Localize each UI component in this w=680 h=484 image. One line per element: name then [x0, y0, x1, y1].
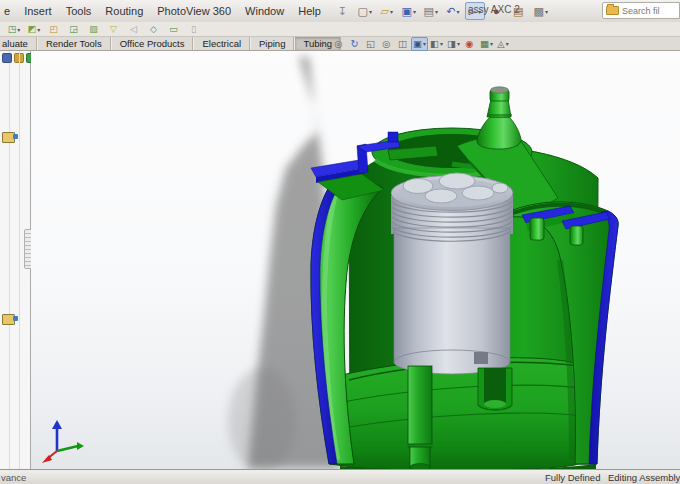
model-3d-view[interactable] — [31, 51, 680, 470]
pin-menu-icon[interactable]: ↧ — [333, 2, 353, 20]
main-area — [0, 51, 680, 470]
command-tab[interactable]: Electrical — [193, 37, 250, 50]
edit-mode-status: Editing Assembly — [608, 472, 680, 483]
window-title: assy AXC 2 — [468, 4, 520, 15]
tool-icon-glyph: ▨ — [89, 24, 98, 34]
dropdown-arrow-icon: ▾ — [390, 8, 393, 15]
featuremanager-tab-icon[interactable] — [2, 53, 12, 63]
view-icon-glyph: ◎ — [382, 38, 390, 49]
add-fitting-icon[interactable]: ▽ — [105, 22, 123, 36]
route-properties-icon[interactable]: ▭ — [165, 22, 183, 36]
orientation-triad — [39, 418, 85, 464]
toolbar-icon-glyph: ▢ — [358, 5, 368, 18]
view-icon-glyph: ↻ — [351, 38, 359, 49]
route-sketch-icon[interactable]: ◁ — [125, 22, 143, 36]
tool-icon-glyph: ▽ — [110, 24, 117, 34]
dropdown-arrow-icon: ▾ — [440, 40, 443, 47]
coverings-icon[interactable]: ▯ — [185, 22, 203, 36]
view-icon-glyph: ▦ — [480, 38, 489, 49]
dropdown-arrow-icon: ▾ — [413, 8, 416, 15]
view-icon-glyph: ◬ — [497, 38, 504, 49]
dropdown-arrow-icon: ▾ — [369, 8, 372, 15]
dropdown-arrow-icon: ▾ — [545, 8, 548, 15]
y-axis-arrow — [52, 420, 62, 451]
toolbar-icon-glyph: ↧ — [338, 5, 347, 18]
search-box[interactable]: Search fil — [602, 2, 680, 19]
zoom-in-out-icon[interactable]: ◎ — [379, 37, 395, 51]
cartridge-part[interactable] — [391, 173, 513, 374]
menu-item[interactable]: PhotoView 360 — [150, 3, 238, 19]
view-icon-glyph: + — [320, 38, 326, 49]
z-axis-arrow — [42, 451, 57, 463]
view-icon-glyph: ◨ — [447, 38, 456, 49]
routing-tools: ◳ ▾ ◩ ▾ ◰ ◲ ▨ ▽ — [4, 22, 204, 36]
previous-view-icon[interactable]: ↻ — [347, 37, 363, 51]
start-route-icon[interactable]: ◰ — [45, 22, 63, 36]
define-status: Fully Defined — [545, 472, 600, 483]
command-tab[interactable]: Render Tools — [37, 37, 111, 50]
display-style-icon[interactable]: ◧ ▾ — [428, 37, 445, 51]
pan-icon[interactable]: + — [315, 37, 331, 51]
toolbar-icon-glyph: ▤ — [424, 5, 434, 18]
view-orientation-icon[interactable]: ▣ ▾ — [411, 37, 428, 51]
print-icon[interactable]: ▤ ▾ — [421, 2, 441, 20]
edit-route-icon[interactable]: ◲ — [65, 22, 83, 36]
dropdown-arrow-icon: ▾ — [456, 8, 459, 15]
dropdown-arrow-icon: ▾ — [17, 26, 20, 33]
tool-icon-glyph: ▭ — [169, 24, 178, 34]
view-settings-icon[interactable]: ◬ ▾ — [495, 37, 511, 51]
assembly-node-icon[interactable] — [2, 132, 15, 143]
view-icon-glyph: ◱ — [366, 38, 375, 49]
smart-components-icon[interactable]: ◩ ▾ — [25, 22, 43, 36]
tool-icon-glyph: ◳ — [8, 24, 17, 34]
featuremanager-panel — [0, 51, 31, 470]
dropdown-arrow-icon: ▾ — [490, 40, 493, 47]
tool-icon-glyph: ◩ — [28, 24, 37, 34]
menu-item[interactable]: Window — [238, 3, 291, 19]
zoom-fit-icon[interactable]: ◎ — [331, 37, 347, 51]
auto-route-icon[interactable]: ▨ — [85, 22, 103, 36]
insert-components-icon[interactable]: ◳ ▾ — [5, 22, 23, 36]
save-icon[interactable]: ▣ ▾ — [399, 2, 419, 20]
graphics-viewport[interactable] — [31, 51, 680, 470]
outlet-nozzle — [477, 87, 521, 149]
new-document-icon[interactable]: ▢ ▾ — [355, 2, 375, 20]
edit-appearance-icon[interactable]: ◉ — [462, 37, 478, 51]
status-bar: vance Fully Defined Editing Assembly — [0, 469, 680, 484]
heads-up-view-toolbar: + ◎ ↻ ◱ ◎ ◫ — [315, 37, 511, 50]
dropdown-arrow-icon: ▾ — [37, 26, 40, 33]
hide-show-items-icon[interactable]: ◨ ▾ — [445, 37, 462, 51]
tool-icon-glyph: ◰ — [49, 24, 58, 34]
command-toolbar: ◳ ▾ ◩ ▾ ◰ ◲ ▨ ▽ — [0, 22, 680, 37]
undo-icon[interactable]: ↶ ▾ — [443, 2, 463, 20]
tool-icon-glyph: ◲ — [69, 24, 78, 34]
tool-icon-glyph: ◁ — [130, 24, 137, 34]
propertymanager-tab-icon[interactable] — [14, 53, 24, 63]
section-view-icon[interactable]: ◫ — [395, 37, 411, 51]
menu-item[interactable]: e — [0, 3, 17, 19]
menu-item[interactable]: Routing — [98, 3, 150, 19]
dropdown-arrow-icon: ▾ — [435, 8, 438, 15]
toolbar-icon-glyph: ↶ — [446, 5, 455, 18]
command-tab[interactable]: aluate — [0, 37, 37, 50]
x-axis-arrow — [57, 442, 84, 451]
flatten-route-icon[interactable]: ◇ — [145, 22, 163, 36]
menu-item[interactable]: Help — [291, 3, 328, 19]
part-node-icon[interactable] — [2, 314, 15, 325]
dropdown-arrow-icon: ▾ — [457, 40, 460, 47]
command-tab[interactable]: Piping — [250, 37, 294, 50]
menu-item[interactable]: Insert — [17, 3, 59, 19]
toolbar-icon-glyph: ▣ — [402, 5, 412, 18]
tab-list: aluateRender ToolsOffice ProductsElectri… — [0, 37, 341, 50]
toolbar-icon-glyph: ▱ — [381, 5, 389, 18]
options-icon[interactable]: ▩ ▾ — [531, 2, 551, 20]
open-folder-icon[interactable]: ▱ ▾ — [377, 2, 397, 20]
command-tab[interactable]: Office Products — [111, 37, 194, 50]
dropdown-arrow-icon: ▾ — [506, 40, 509, 47]
view-icon-glyph: ◧ — [430, 38, 439, 49]
dropdown-arrow-icon: ▾ — [423, 40, 426, 47]
zoom-area-icon[interactable]: ◱ — [363, 37, 379, 51]
apply-scene-icon[interactable]: ▦ ▾ — [478, 37, 495, 51]
tool-icon-glyph: ◇ — [150, 24, 157, 34]
menu-item[interactable]: Tools — [59, 3, 99, 19]
